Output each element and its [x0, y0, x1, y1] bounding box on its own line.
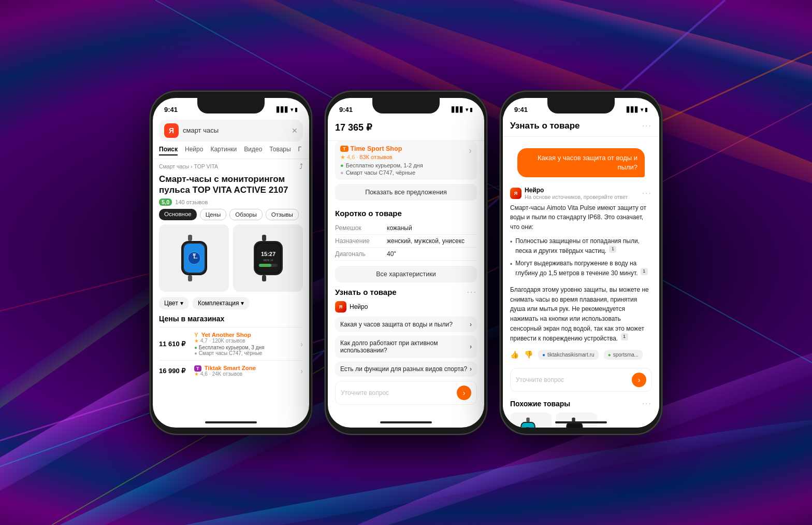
similar-more-icon[interactable]: ··· [642, 399, 652, 408]
star-icon: ★ [194, 338, 199, 344]
spec-value-3: 40" [387, 250, 477, 258]
learn-header: Узнать о товаре ··· [335, 288, 477, 297]
share-icon[interactable]: ⤴ [299, 162, 303, 171]
prices-title: Цены в магазинах [159, 315, 303, 323]
send-button[interactable]: › [457, 386, 471, 400]
tab-images[interactable]: Картинки [210, 146, 237, 155]
p3-send-button[interactable]: › [632, 373, 646, 387]
shop-delivery-1: ● Бесплатно курьером, 3 дня [194, 345, 296, 350]
phone-3-time: 9:41 [514, 106, 528, 113]
phone-1-home-indicator [205, 421, 257, 423]
clear-search-icon[interactable]: ✕ [292, 126, 298, 135]
signal-icon: ▋▋▋ [277, 107, 289, 112]
svg-rect-26 [262, 275, 266, 281]
wifi-icon-3: ▾ [641, 107, 643, 112]
bullet-2: • [510, 260, 512, 278]
review-count: 140 отзывов [175, 199, 208, 205]
shop-card[interactable]: T Time Sport Shop ★ 4,6 · 83К отзывов ● [335, 141, 477, 180]
filter-tabs: Основное Цены Обзоры Отзывы [153, 209, 309, 224]
search-query: смарт часы [183, 126, 287, 134]
thumbs-down-icon[interactable]: 👎 [524, 350, 533, 359]
battery-icon-2: ▮ [470, 107, 473, 112]
question-1[interactable]: Какая у часов защита от воды и пыли? › [335, 317, 477, 332]
shop-delivery: ● Бесплатно курьером, 1-2 дня [340, 162, 423, 168]
similar-item-2[interactable]: 12:45 [556, 413, 597, 428]
answer-item-1: • Полностью защищены от попадания пыли, … [510, 236, 652, 256]
shop-row-2[interactable]: 16 990 ₽ T Tiktak Smart Zone ★ 4,6 · [159, 360, 303, 381]
phone-2-home-indicator [380, 421, 432, 423]
source-chip-1[interactable]: ● tiktakchasikismart.ru [538, 350, 599, 360]
cite-1: 1 [609, 246, 616, 253]
phone-2: 9:41 ▋▋▋ ▾ ▮ 17 365 ₽ [326, 92, 486, 434]
p3-more-icon[interactable]: ··· [642, 121, 652, 131]
more-options-icon[interactable]: ··· [467, 288, 477, 297]
shop-price-2: 16 990 ₽ [159, 367, 190, 375]
complect-dropdown[interactable]: Комплектация ▾ [193, 297, 250, 309]
shop-rating-1: ★ 4,7 · 120K отзывов [194, 338, 296, 344]
svg-rect-17 [188, 275, 192, 281]
product-images: 12 15:27 [153, 224, 309, 292]
svg-rect-25 [262, 235, 266, 241]
shop-product-line: ● Смарт часы С747, чёрные [340, 169, 423, 176]
shop-card-rating: ★ 4,6 · 83К отзывов [340, 154, 423, 161]
rating-row: 5,0 140 отзывов [153, 197, 309, 209]
svg-rect-16 [188, 235, 192, 241]
chevron-right-icon: › [300, 340, 303, 348]
shop-info-2: T Tiktak Smart Zone ★ 4,6 · 24K отзывов [194, 365, 296, 377]
neiro-answer-badge: Я Нейро На основе источников, проверяйте… [510, 187, 628, 200]
tab-neiro[interactable]: Нейро [185, 146, 203, 155]
similar-title: Похожие товары [510, 400, 570, 408]
filter-prices[interactable]: Цены [200, 209, 227, 220]
shop-chevron: › [469, 145, 472, 156]
source-chip-2[interactable]: ● sportsma... [604, 350, 643, 360]
filter-reviews-btn[interactable]: Обзоры [229, 209, 262, 220]
wifi-icon: ▾ [291, 107, 293, 112]
svg-rect-42 [567, 423, 582, 427]
answer-intro: Смарт-часы Aimoto Vita Pulse имеют защит… [503, 203, 659, 236]
tab-goods[interactable]: Товары [269, 146, 291, 155]
color-dropdown[interactable]: Цвет ▾ [159, 297, 189, 309]
phone-3-notch [547, 98, 615, 113]
neiro-more-icon[interactable]: ··· [642, 189, 652, 198]
answer-list: • Полностью защищены от попадания пыли, … [503, 236, 659, 286]
phone-3-status-icons: ▋▋▋ ▾ ▮ [627, 107, 648, 112]
phone-3-screen: 9:41 ▋▋▋ ▾ ▮ Узнать о товаре ··· Какая у… [503, 98, 659, 428]
phone-1-notch [197, 98, 265, 113]
answer-item-2: • Могут выдерживать погружение в воду на… [510, 259, 652, 278]
tab-video[interactable]: Видео [244, 146, 262, 155]
cite-3: 1 [621, 333, 628, 340]
phone-1-time: 9:41 [164, 106, 178, 113]
short-info-title: Коротко о товаре [328, 206, 484, 222]
chevron-q1: › [470, 321, 472, 328]
phone-2-status-icons: ▋▋▋ ▾ ▮ [452, 107, 473, 112]
refine-input[interactable]: Уточните вопрос › [335, 381, 477, 405]
shop-rating-2: ★ 4,6 · 24K отзывов [194, 371, 296, 377]
p3-refine-input[interactable]: Уточните вопрос › [510, 368, 652, 392]
phone-2-content: 17 365 ₽ T Time Sport Shop ★ [328, 117, 484, 428]
tab-search[interactable]: Поиск [159, 146, 178, 155]
show-all-button[interactable]: Показать все предложения [335, 184, 477, 201]
phone-3: 9:41 ▋▋▋ ▾ ▮ Узнать о товаре ··· Какая у… [501, 92, 661, 434]
filter-ratings[interactable]: Отзывы [266, 209, 299, 220]
shop-price-1: 11 610 ₽ [159, 340, 190, 348]
question-3[interactable]: Есть ли функции для разных видов спорта?… [335, 361, 477, 377]
similar-header: Похожие товары ··· [510, 399, 652, 408]
feedback-row: 👍 👎 ● tiktakchasikismart.ru ● sportsma..… [503, 348, 659, 364]
question-2[interactable]: Как долго работают при активном использо… [335, 335, 477, 358]
neiro-source: На основе источников, проверяйте ответ [525, 194, 628, 200]
shop-row-1[interactable]: 11 610 ₽ Y Yet Another Shop ★ 4,7 · [159, 327, 303, 360]
all-specs-button[interactable]: Все характеристики [335, 266, 477, 282]
filter-basic[interactable]: Основное [159, 209, 197, 220]
search-bar[interactable]: Я смарт часы ✕ [159, 120, 303, 141]
breadcrumb: Смарт часы › TOP VITA ⤴ [153, 159, 309, 172]
neiro-label: Нейро [525, 187, 628, 194]
phone-3-content: Узнать о товаре ··· Какая у часов защита… [503, 117, 659, 428]
spec-table: Ремешок кожаный Назначение женский, мужс… [328, 222, 484, 261]
similar-item-1[interactable] [510, 413, 552, 428]
thumbs-up-icon[interactable]: 👍 [510, 350, 519, 359]
answer-outro: Благодаря этому уровню защиты, вы можете… [503, 285, 659, 348]
tab-more[interactable]: Г [298, 146, 302, 155]
price-header: 17 365 ₽ [328, 117, 484, 141]
chevron-icon: ▾ [180, 300, 183, 307]
watch-svg-2: 15:27 MON 14 [248, 232, 289, 284]
